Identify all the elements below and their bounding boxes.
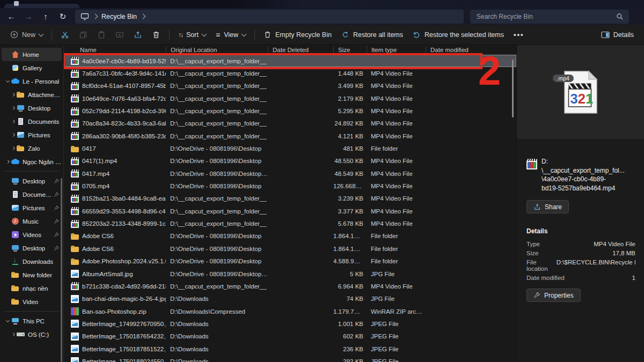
- sidebar-item[interactable]: Music: [2, 215, 62, 228]
- table-row[interactable]: 8cf0dce4-51ae-4107-8957-45b6be... D:\__c…: [64, 80, 516, 92]
- new-button[interactable]: New: [5, 27, 48, 43]
- rename-button[interactable]: A: [111, 27, 129, 43]
- delete-button[interactable]: [147, 27, 165, 43]
- table-row[interactable]: BetterImage_1750187654232.jpeg D:\Downlo…: [64, 330, 516, 343]
- more-options-button[interactable]: •••: [509, 27, 529, 43]
- table-row[interactable]: 052c79dd-2114-4198-b2cd-39653... D:\__ca…: [64, 105, 516, 117]
- sidebar-item[interactable]: Le - Personal: [2, 75, 62, 88]
- sidebar-item[interactable]: Desktop: [2, 174, 62, 188]
- table-row[interactable]: 0417(1).mp4 D:\OneDrive - 08081996\Deskt…: [64, 155, 516, 167]
- up-button[interactable]: ↑: [38, 10, 54, 24]
- table-row[interactable]: 4a0c0ee7-cb0c-4b89-bd19-5257b... D:\__ca…: [64, 55, 516, 67]
- sidebar-item[interactable]: Desktop: [2, 241, 62, 255]
- table-row[interactable]: 0417.mp4 D:\OneDrive - 08081996\Desktop\…: [64, 167, 516, 180]
- table-row[interactable]: 852203a2-2133-4348-8999-1c84e5... D:\__c…: [64, 217, 516, 230]
- table-row[interactable]: BetterImage_1750187851522.jpeg D:\Downlo…: [64, 343, 516, 355]
- sidebar-item[interactable]: Home: [2, 48, 62, 61]
- sidebar-item[interactable]: Attachments: [2, 88, 62, 101]
- search-box[interactable]: [470, 10, 629, 24]
- chevron-icon[interactable]: [4, 247, 11, 249]
- sidebar-item[interactable]: Ngọc Ngân - 08: [2, 155, 62, 168]
- chevron-icon[interactable]: [4, 274, 11, 276]
- chevron-icon[interactable]: [4, 81, 11, 82]
- table-row[interactable]: 66559d29-3553-4498-8d96-c47962... D:\__c…: [64, 205, 516, 217]
- sidebar-item[interactable]: Videos: [2, 228, 62, 241]
- sidebar-item[interactable]: OS (C:): [2, 328, 62, 341]
- table-row[interactable]: Adobe CS6 D:\OneDrive - 08081996\Desktop…: [64, 230, 516, 242]
- chevron-icon[interactable]: [4, 180, 11, 182]
- refresh-button[interactable]: ↻: [55, 10, 71, 24]
- column-header-name[interactable]: Name: [64, 46, 166, 54]
- chevron-icon[interactable]: [4, 233, 11, 236]
- back-button[interactable]: ←: [3, 10, 19, 24]
- chevron-icon[interactable]: [4, 220, 11, 223]
- sidebar-item[interactable]: Gallery: [2, 61, 62, 75]
- chevron-icon[interactable]: [4, 260, 11, 263]
- column-header-date-modified[interactable]: Date modified: [426, 46, 506, 54]
- chevron-icon[interactable]: [4, 160, 11, 163]
- table-row[interactable]: 10e649ce-7d76-4a63-bfa4-72dc0e... D:\__c…: [64, 92, 516, 105]
- sidebar-item[interactable]: Pictures: [2, 201, 62, 215]
- column-header-date-deleted[interactable]: Date Deleted: [268, 46, 333, 54]
- sidebar-scrollbar[interactable]: [61, 178, 62, 362]
- search-icon[interactable]: [616, 13, 624, 20]
- chevron-icon[interactable]: [4, 67, 11, 69]
- chevron-icon[interactable]: [9, 120, 17, 123]
- chevron-icon[interactable]: [4, 321, 11, 322]
- table-row[interactable]: ban-chai-dien-magic-b-26-4.jpg D:\Downlo…: [64, 293, 516, 305]
- table-row[interactable]: Ban-sao-Photoshop.zip D:\Downloads\Compr…: [64, 305, 516, 317]
- sidebar-item[interactable]: Zalo: [2, 142, 62, 155]
- chevron-icon[interactable]: [9, 333, 17, 336]
- view-button[interactable]: ≡ View: [211, 27, 251, 43]
- sidebar-item[interactable]: Downloads: [2, 255, 62, 268]
- sidebar-item[interactable]: Video: [2, 295, 62, 308]
- restore-all-items-button[interactable]: Restore all items: [336, 27, 408, 43]
- chevron-icon[interactable]: [9, 134, 17, 136]
- sort-button[interactable]: ↑↓ Sort: [173, 27, 211, 43]
- sidebar-item[interactable]: This PC: [2, 314, 62, 328]
- breadcrumb[interactable]: Recycle Bin: [101, 13, 137, 20]
- table-row[interactable]: BetterImage_1750188024550.jpeg D:\Downlo…: [64, 355, 516, 362]
- chevron-icon[interactable]: [4, 300, 11, 303]
- table-row[interactable]: b721c338-cda2-4d92-96dd-218d8... D:\__ca…: [64, 280, 516, 292]
- restore-selected-items-button[interactable]: Restore the selected items: [408, 27, 509, 43]
- chevron-icon[interactable]: [9, 147, 17, 150]
- list-scrollbar[interactable]: [512, 60, 514, 117]
- sidebar-item[interactable]: Pictures: [2, 128, 62, 142]
- chevron-icon[interactable]: [4, 287, 11, 290]
- chevron-icon[interactable]: [4, 206, 11, 209]
- empty-recycle-bin-button[interactable]: Empty Recycle Bin: [259, 27, 336, 43]
- table-row[interactable]: 0705.mp4 D:\OneDrive - 08081996\Desktop …: [64, 180, 516, 192]
- share-file-button[interactable]: Share: [526, 200, 569, 213]
- column-header-size[interactable]: Size: [333, 46, 367, 54]
- share-button[interactable]: [129, 27, 147, 43]
- table-row[interactable]: 8152ba21-3ba0-4484-9ca8-ea3d5... D:\__ca…: [64, 193, 516, 205]
- chevron-icon[interactable]: [4, 193, 11, 196]
- chevron-icon[interactable]: [9, 107, 17, 109]
- column-header-item-type[interactable]: Item type: [367, 46, 426, 54]
- sidebar-item[interactable]: nhạc nền: [2, 282, 62, 295]
- table-row[interactable]: AlbumArtSmall.jpg D:\OneDrive - 08081996…: [64, 268, 516, 280]
- forward-button[interactable]: →: [20, 10, 36, 24]
- chevron-icon[interactable]: [4, 53, 11, 56]
- sidebar-item[interactable]: Documents: [2, 115, 62, 128]
- breadcrumb-separator-icon[interactable]: [141, 14, 146, 19]
- table-row[interactable]: 7a6a7c31-0bfc-4e3f-9d4c-141daf3... D:\__…: [64, 67, 516, 79]
- chevron-icon[interactable]: [9, 93, 17, 96]
- table-row[interactable]: BetterImage_1749927670950.jpeg D:\Downlo…: [64, 317, 516, 330]
- cut-button[interactable]: [56, 27, 74, 43]
- sidebar-item[interactable]: New folder: [2, 268, 62, 282]
- sidebar-item[interactable]: Documents: [2, 188, 62, 201]
- address-bar[interactable]: Recycle Bin: [75, 10, 464, 24]
- copy-button[interactable]: [74, 27, 92, 43]
- properties-button[interactable]: Properties: [526, 289, 581, 302]
- table-row[interactable]: 0417 D:\OneDrive - 08081996\Desktop 481 …: [64, 142, 516, 154]
- search-input[interactable]: [475, 12, 616, 21]
- table-row[interactable]: 70ac8a34-823c-4b33-9ca3-6ab05e... D:\__c…: [64, 117, 516, 130]
- table-row[interactable]: Adobe.Photoshop.2024.v25.1.0.120... D:\O…: [64, 255, 516, 268]
- column-header-original-location[interactable]: Original Location: [166, 46, 268, 54]
- paste-button[interactable]: [92, 27, 111, 43]
- table-row[interactable]: 286aa302-90b8-45f0-b385-23d49e... D:\__c…: [64, 130, 516, 142]
- table-row[interactable]: Adobe CS6 D:\OneDrive - 08081996\Desktop…: [64, 242, 516, 255]
- details-pane-toggle[interactable]: Details: [596, 27, 639, 43]
